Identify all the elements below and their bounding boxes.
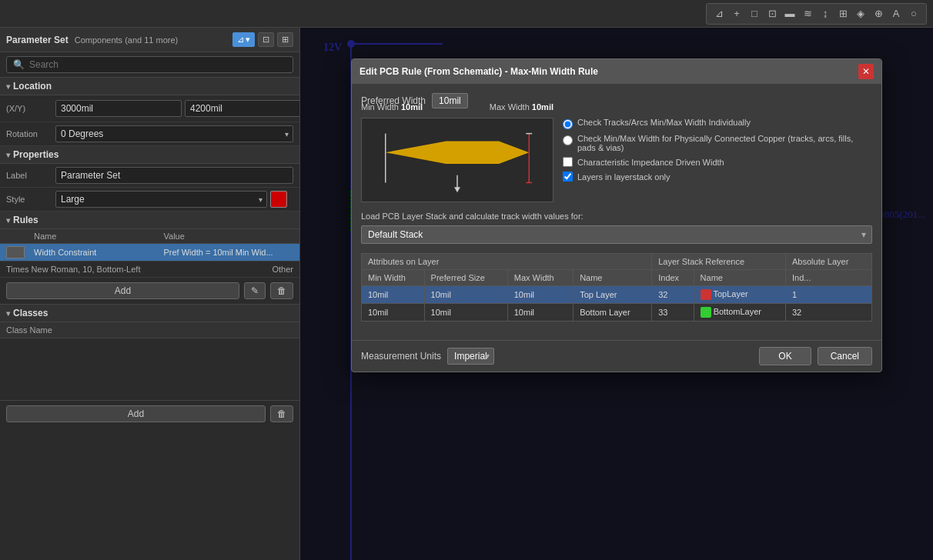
search-input[interactable] xyxy=(29,59,286,70)
rotation-wrapper: 0 Degrees ▾ xyxy=(55,125,293,142)
dialog-footer: Measurement Units Imperial Metric ▾ OK C… xyxy=(352,340,881,372)
radio-row-1: Check Tracks/Arcs Min/Max Width Individu… xyxy=(563,118,872,129)
row2-max: 10mil xyxy=(507,304,573,322)
color-swatch[interactable] xyxy=(270,191,287,208)
checkbox-layers-label: Layers in layerstack only xyxy=(577,172,670,182)
diagram-canvas xyxy=(361,118,553,202)
units-select[interactable]: Imperial Metric xyxy=(447,348,494,365)
location-grid: (X/Y) xyxy=(0,95,299,122)
main-content: Parameter Set Components (and 11 more) ⊿… xyxy=(0,28,933,560)
diode-icon[interactable]: ◈ xyxy=(853,6,868,22)
min-width-label: Min Width xyxy=(361,102,399,112)
checkbox-layers-row: Layers in layerstack only xyxy=(563,172,872,182)
radio-connected[interactable] xyxy=(563,135,573,145)
checkbox-layers[interactable] xyxy=(563,172,573,182)
location-section-header[interactable]: Location xyxy=(0,78,299,95)
arrow-icon[interactable]: ↨ xyxy=(818,6,833,22)
radio-label-1: Check Tracks/Arcs Min/Max Width Individu… xyxy=(577,118,751,127)
rotation-label: Rotation xyxy=(6,129,52,138)
classes-col-header: Class Name xyxy=(6,325,52,335)
layer-select-wrapper: Default Stack ▾ xyxy=(361,225,872,244)
row2-ind: 32 xyxy=(786,304,872,322)
col-ind: Ind... xyxy=(786,270,872,286)
rules-table-row[interactable]: Width Constraint Pref Width = 10mil Min … xyxy=(0,244,299,262)
style-select[interactable]: Large xyxy=(55,191,267,208)
copy-icon-button[interactable]: ⊡ xyxy=(258,32,274,47)
wave-icon[interactable]: ≋ xyxy=(800,6,815,22)
paste-icon-button[interactable]: ⊞ xyxy=(277,32,293,47)
top-toolbar: ⊿ + □ ⊡ ▬ ≋ ↨ ⊞ ◈ ⊕ A ○ xyxy=(0,0,933,28)
svg-marker-7 xyxy=(386,141,530,163)
resistor-icon[interactable]: ▬ xyxy=(782,6,798,22)
add-icon[interactable]: + xyxy=(729,6,744,22)
rule-icon xyxy=(6,246,25,258)
checkbox-impedance-row: Characteristic Impedance Driven Width xyxy=(563,157,872,167)
color-dot-green-2 xyxy=(701,307,711,318)
filter-icon[interactable]: ⊿ xyxy=(711,6,727,22)
style-row: Style Large ▾ xyxy=(0,188,299,212)
col-abs-name: Name xyxy=(694,270,785,286)
x-field[interactable] xyxy=(55,100,182,117)
classes-section-header[interactable]: Classes xyxy=(0,305,299,322)
color-dot-red-1 xyxy=(701,289,711,300)
table-row-1[interactable]: 10mil 10mil 10mil Top Layer 32 TopLayer … xyxy=(362,286,872,304)
classes-table-header: Class Name xyxy=(0,322,299,338)
text-icon[interactable]: A xyxy=(888,6,904,22)
properties-section-header[interactable]: Properties xyxy=(0,146,299,164)
target-icon[interactable]: ⊕ xyxy=(871,6,886,22)
copy-icon[interactable]: ⊡ xyxy=(764,6,780,22)
cancel-button[interactable]: Cancel xyxy=(818,347,872,365)
dialog-close-button[interactable]: ✕ xyxy=(858,64,874,79)
rules-section-header[interactable]: Rules xyxy=(0,212,299,229)
rules-add-button[interactable]: Add xyxy=(6,282,239,299)
radio-individual[interactable] xyxy=(563,119,573,129)
col-name: Name xyxy=(574,270,652,286)
rules-name-col: Name xyxy=(34,232,164,241)
attrs-group2-header: Layer Stack Reference xyxy=(652,254,786,270)
rect-icon[interactable]: □ xyxy=(747,6,762,22)
y-field[interactable] xyxy=(185,100,300,117)
circle-icon[interactable]: ○ xyxy=(906,6,921,22)
radio-options: Check Tracks/Arcs Min/Max Width Individu… xyxy=(563,118,872,202)
rules-edit-button[interactable]: ✎ xyxy=(244,282,266,299)
classes-add-button[interactable]: Add xyxy=(6,405,266,422)
rules-value-col: Value xyxy=(164,232,294,241)
units-select-wrapper: Imperial Metric ▾ xyxy=(447,348,494,365)
panel-title-bar: Parameter Set Components (and 11 more) ⊿… xyxy=(0,28,299,52)
attrs-group3-header: Absolute Layer xyxy=(786,254,872,270)
diagram-svg xyxy=(362,118,553,202)
panel-subtitle: Components (and 11 more) xyxy=(75,35,179,45)
width-diagram-area: Min Width 10mil Max Width 10mil xyxy=(361,118,872,202)
canvas-area: 12V R1 10kΩ i Parameter Set xyxy=(300,28,933,560)
classes-delete-button[interactable]: 🗑 xyxy=(270,405,293,422)
dialog-actions: OK Cancel xyxy=(759,347,872,365)
other-link[interactable]: Other xyxy=(272,265,293,274)
toolbar-icons: ⊿ + □ ⊡ ▬ ≋ ↨ ⊞ ◈ ⊕ A ○ xyxy=(706,3,927,25)
filter-dropdown-icon: ▾ xyxy=(246,35,250,45)
label-input[interactable] xyxy=(55,167,293,184)
rule-name-cell: Width Constraint xyxy=(34,248,164,257)
row1-abs-name: TopLayer xyxy=(694,286,785,304)
font-info-row: Times New Roman, 10, Bottom-Left Other xyxy=(0,262,299,278)
radio-row-2: Check Min/Max Width for Physically Conne… xyxy=(563,134,872,152)
col-max-width: Max Width xyxy=(507,270,573,286)
table-row-2[interactable]: 10mil 10mil 10mil Bottom Layer 33 Bottom… xyxy=(362,304,872,322)
search-wrapper: 🔍 xyxy=(6,56,293,73)
rotation-select[interactable]: 0 Degrees xyxy=(55,125,293,142)
row2-min: 10mil xyxy=(362,304,425,322)
font-text: Times New Roman, 10, Bottom-Left xyxy=(6,265,140,274)
layer-select[interactable]: Default Stack xyxy=(361,225,872,244)
row1-pref: 10mil xyxy=(424,286,507,304)
filter-button[interactable]: ⊿ ▾ xyxy=(232,32,255,47)
checkbox-impedance[interactable] xyxy=(563,157,573,167)
row2-index: 33 xyxy=(652,304,694,322)
row1-index: 32 xyxy=(652,286,694,304)
modal-overlay: Edit PCB Rule (From Schematic) - Max-Min… xyxy=(300,28,933,560)
attrs-table: Attributes on Layer Layer Stack Referenc… xyxy=(361,253,872,322)
left-panel: Parameter Set Components (and 11 more) ⊿… xyxy=(0,28,300,560)
style-label: Style xyxy=(6,195,52,204)
row2-pref: 10mil xyxy=(424,304,507,322)
rules-delete-button[interactable]: 🗑 xyxy=(270,282,293,299)
chip-icon[interactable]: ⊞ xyxy=(835,6,851,22)
ok-button[interactable]: OK xyxy=(759,347,811,365)
